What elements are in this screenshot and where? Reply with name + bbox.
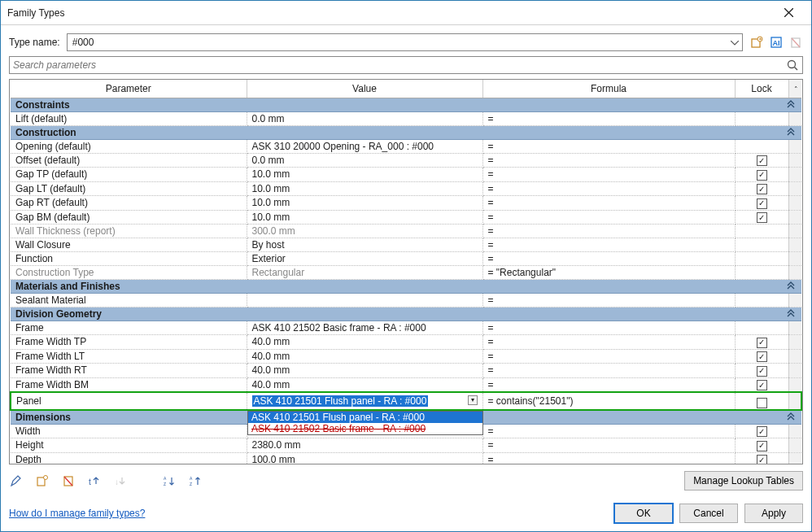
lock-checkbox[interactable]: ✓	[757, 351, 767, 362]
chevron-down-icon[interactable]: ▾	[468, 395, 478, 405]
delete-type-icon[interactable]	[788, 35, 803, 50]
formula-cell[interactable]: =	[482, 111, 735, 125]
lock-cell[interactable]	[735, 238, 788, 252]
param-cell[interactable]: Sealant Material	[11, 294, 247, 307]
value-cell[interactable]: 40.0 mm	[247, 335, 482, 350]
group-header[interactable]: Division Geometry	[11, 307, 801, 321]
param-cell[interactable]: Wall Closure	[11, 238, 247, 252]
edit-parameter-icon[interactable]	[9, 473, 24, 488]
param-cell[interactable]: Frame Width BM	[11, 377, 247, 392]
formula-cell[interactable]: =	[482, 335, 735, 350]
rename-type-icon[interactable]: AI	[769, 35, 784, 50]
lock-checkbox[interactable]: ✓	[757, 338, 767, 348]
collapse-icon[interactable]	[787, 128, 795, 137]
move-up-icon[interactable]: t	[87, 473, 102, 488]
table-row[interactable]: Lift (default)0.0 mm=	[11, 111, 801, 125]
value-cell[interactable]	[247, 294, 482, 307]
table-row[interactable]: Frame Width RT40.0 mm=✓	[11, 364, 801, 378]
lock-checkbox[interactable]: ✓	[757, 380, 767, 390]
value-cell[interactable]: ASK 410 21502 Basic frame - RA : #000	[247, 321, 482, 335]
dropdown-item[interactable]: ASK 410 21502 Basic frame - RA : #000	[248, 423, 482, 434]
table-row[interactable]: PanelASK 410 21501 Flush panel - RA : #0…	[11, 392, 801, 410]
table-row[interactable]: Offset (default)0.0 mm=✓	[11, 153, 801, 168]
param-cell[interactable]: Gap BM (default)	[11, 210, 247, 225]
param-cell[interactable]: Frame Width LT	[11, 349, 247, 364]
sort-descending-icon[interactable]: AZ	[188, 473, 203, 488]
collapse-icon[interactable]	[787, 309, 795, 319]
collapse-icon[interactable]	[787, 412, 795, 422]
value-cell[interactable]: Exterior	[247, 252, 482, 266]
search-input[interactable]	[13, 59, 786, 71]
param-cell[interactable]: Function	[11, 252, 247, 266]
group-header[interactable]: Construction	[11, 125, 801, 139]
formula-cell[interactable]: =	[482, 364, 735, 378]
value-dropdown[interactable]: ASK 410 21501 Flush panel - RA : #000ASK…	[247, 411, 483, 435]
apply-button[interactable]: Apply	[744, 504, 803, 523]
lock-cell[interactable]	[735, 321, 788, 335]
lock-cell[interactable]: ✓	[735, 349, 788, 364]
param-cell[interactable]: Gap LT (default)	[11, 181, 247, 196]
formula-cell[interactable]: =	[482, 168, 735, 182]
cancel-button[interactable]: Cancel	[679, 504, 738, 523]
col-parameter[interactable]: Parameter	[11, 80, 247, 98]
lock-cell[interactable]: ✓	[735, 181, 788, 196]
formula-cell[interactable]: =	[482, 139, 735, 153]
manage-lookup-tables-button[interactable]: Manage Lookup Tables	[684, 471, 803, 491]
value-cell[interactable]: 0.0 mm	[247, 111, 482, 125]
col-formula[interactable]: Formula	[482, 80, 735, 98]
value-cell[interactable]: 2380.0 mm	[247, 438, 482, 453]
formula-cell[interactable]: =	[482, 252, 735, 266]
lock-checkbox[interactable]: ✓	[757, 455, 767, 464]
table-row[interactable]: Construction TypeRectangular= "Rectangul…	[11, 266, 801, 280]
table-row[interactable]: Opening (default)ASK 310 20000 Opening -…	[11, 139, 801, 153]
lock-cell[interactable]: ✓	[735, 364, 788, 378]
lock-cell[interactable]: ✓	[735, 335, 788, 350]
formula-cell[interactable]: = "Rectangular"	[482, 266, 735, 280]
lock-checkbox[interactable]: ✓	[757, 212, 767, 223]
table-row[interactable]: Gap BM (default)10.0 mm=✓	[11, 210, 801, 225]
table-row[interactable]: Frame Width TP40.0 mm=✓	[11, 335, 801, 350]
value-cell[interactable]: 100.0 mm	[247, 452, 482, 464]
move-down-icon[interactable]: ↓	[113, 473, 128, 488]
table-row[interactable]: Frame Width LT40.0 mm=✓	[11, 349, 801, 364]
lock-checkbox[interactable]: ✓	[757, 170, 767, 181]
param-cell[interactable]: Lift (default)	[11, 111, 247, 125]
table-row[interactable]: Wall Thickness (report)300.0 mm=	[11, 225, 801, 238]
param-cell[interactable]: Opening (default)	[11, 139, 247, 153]
close-button[interactable]	[772, 2, 805, 24]
lock-cell[interactable]	[735, 294, 788, 307]
col-lock[interactable]: Lock	[735, 80, 788, 98]
formula-cell[interactable]: =	[482, 196, 735, 211]
lock-checkbox[interactable]: ✓	[757, 198, 767, 209]
param-cell[interactable]: Panel	[11, 392, 247, 410]
lock-cell[interactable]: ✓	[735, 168, 788, 182]
dropdown-item[interactable]: ASK 410 21501 Flush panel - RA : #000	[248, 412, 482, 423]
group-header[interactable]: Materials and Finishes	[11, 280, 801, 294]
lock-checkbox[interactable]: ✓	[757, 366, 767, 377]
param-cell[interactable]: Height	[11, 438, 247, 453]
param-cell[interactable]: Frame	[11, 321, 247, 335]
formula-cell[interactable]: =	[482, 225, 735, 238]
table-row[interactable]: Gap LT (default)10.0 mm=✓	[11, 181, 801, 196]
table-row[interactable]: Sealant Material=	[11, 294, 801, 307]
lock-cell[interactable]: ✓	[735, 438, 788, 453]
lock-cell[interactable]: ✓	[735, 196, 788, 211]
value-cell[interactable]: 40.0 mm	[247, 377, 482, 392]
table-row[interactable]: Gap TP (default)10.0 mm=✓	[11, 168, 801, 182]
value-cell[interactable]: 40.0 mm	[247, 364, 482, 378]
lock-cell[interactable]	[735, 252, 788, 266]
collapse-icon[interactable]	[787, 281, 795, 291]
search-input-wrap[interactable]	[9, 56, 803, 74]
help-link[interactable]: How do I manage family types?	[9, 508, 145, 519]
delete-parameter-icon[interactable]	[61, 473, 76, 488]
param-cell[interactable]: Width	[11, 424, 247, 438]
table-row[interactable]: Height2380.0 mm=✓	[11, 438, 801, 453]
formula-cell[interactable]: =	[482, 377, 735, 392]
lock-cell[interactable]	[735, 139, 788, 153]
table-row[interactable]: FunctionExterior=	[11, 252, 801, 266]
collapse-icon[interactable]	[787, 100, 795, 110]
lock-checkbox[interactable]: ✓	[757, 184, 767, 194]
lock-cell[interactable]: ✓	[735, 452, 788, 464]
param-cell[interactable]: Depth	[11, 452, 247, 464]
new-type-icon[interactable]: ✶	[749, 35, 764, 50]
